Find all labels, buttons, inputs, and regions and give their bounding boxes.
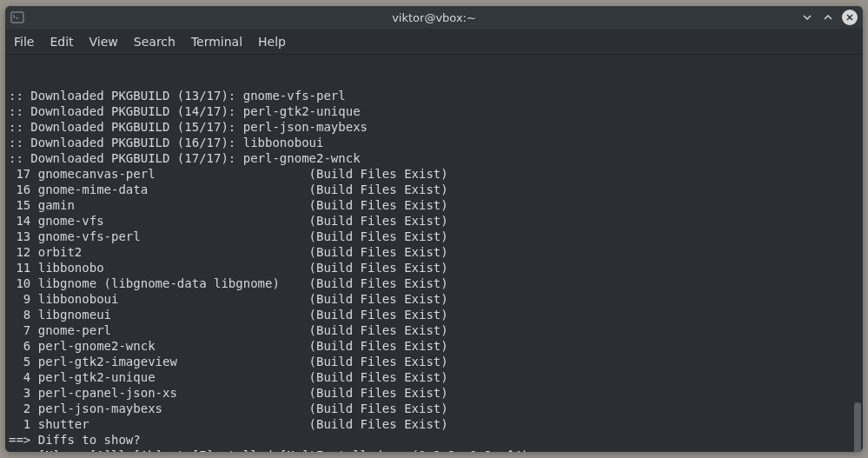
terminal-line: :: Downloaded PKGBUILD (17/17): perl-gno… <box>9 150 859 166</box>
terminal-line: 10 libgnome (libgnome-data libgnome) (Bu… <box>9 275 859 291</box>
menubar: File Edit View Search Terminal Help <box>5 29 863 55</box>
terminal-line: 16 gnome-mime-data (Build Files Exist) <box>9 182 859 197</box>
menu-edit[interactable]: Edit <box>50 35 73 49</box>
maximize-button[interactable] <box>821 10 835 24</box>
terminal-line: 15 gamin (Build Files Exist) <box>9 197 859 213</box>
menu-help[interactable]: Help <box>258 35 286 49</box>
terminal-line: :: Downloaded PKGBUILD (14/17): perl-gtk… <box>9 103 859 119</box>
window-title: viktor@vbox:~ <box>392 11 476 24</box>
terminal-line: 3 perl-cpanel-json-xs (Build Files Exist… <box>9 385 859 401</box>
terminal-line: 6 perl-gnome2-wnck (Build Files Exist) <box>9 338 859 354</box>
terminal-output[interactable]: :: Downloaded PKGBUILD (13/17): gnome-vf… <box>5 55 863 452</box>
terminal-line: 7 gnome-perl (Build Files Exist) <box>9 322 859 338</box>
terminal-line: 8 libgnomeui (Build Files Exist) <box>9 307 859 322</box>
terminal-line: ==> [N]one [A]ll [Ab]ort [I]nstalled [No… <box>9 448 859 452</box>
terminal-line: 13 gnome-vfs-perl (Build Files Exist) <box>9 229 859 244</box>
menu-file[interactable]: File <box>14 35 34 49</box>
menu-view[interactable]: View <box>89 35 118 49</box>
terminal-line: ==> Diffs to show? <box>9 432 859 448</box>
window-controls <box>800 10 858 25</box>
terminal-line: 11 libbonobo (Build Files Exist) <box>9 260 859 275</box>
terminal-line: 5 perl-gtk2-imageview (Build Files Exist… <box>9 354 859 369</box>
terminal-line: 9 libbonoboui (Build Files Exist) <box>9 291 859 307</box>
minimize-button[interactable] <box>800 10 814 24</box>
terminal-line: :: Downloaded PKGBUILD (16/17): libbonob… <box>9 135 859 150</box>
terminal-line: 17 gnomecanvas-perl (Build Files Exist) <box>9 166 859 182</box>
terminal-line: :: Downloaded PKGBUILD (13/17): gnome-vf… <box>9 88 859 103</box>
terminal-window: viktor@vbox:~ File Edit View Search Term… <box>5 6 863 452</box>
terminal-line: :: Downloaded PKGBUILD (15/17): perl-jso… <box>9 119 859 135</box>
titlebar: viktor@vbox:~ <box>5 6 863 29</box>
scrollbar-thumb[interactable] <box>854 402 861 452</box>
terminal-line: 4 perl-gtk2-unique (Build Files Exist) <box>9 369 859 385</box>
terminal-line: 2 perl-json-maybexs (Build Files Exist) <box>9 401 859 416</box>
terminal-line: 1 shutter (Build Files Exist) <box>9 416 859 432</box>
terminal-line: 14 gnome-vfs (Build Files Exist) <box>9 213 859 229</box>
terminal-line: 12 orbit2 (Build Files Exist) <box>9 244 859 260</box>
menu-terminal[interactable]: Terminal <box>191 35 242 49</box>
svg-rect-0 <box>11 12 23 23</box>
menu-search[interactable]: Search <box>134 35 176 49</box>
close-button[interactable] <box>842 10 858 25</box>
terminal-app-icon <box>10 10 24 24</box>
